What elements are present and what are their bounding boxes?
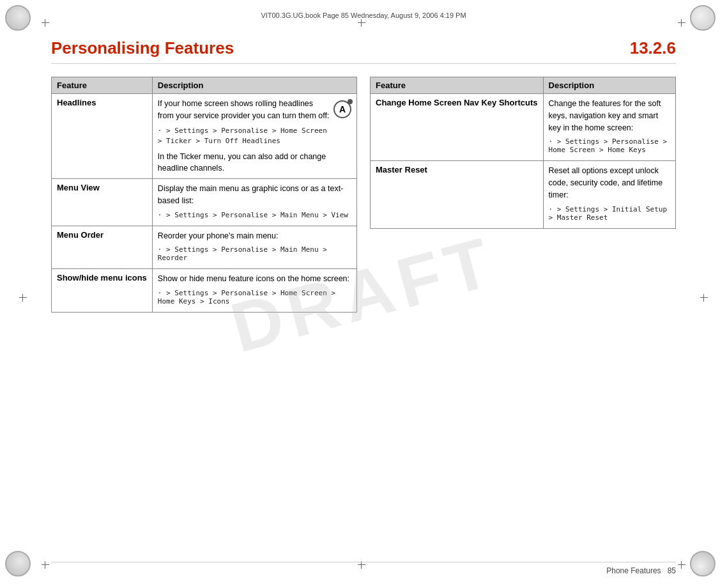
desc-text: Show or hide menu feature icons on the h… (158, 273, 351, 285)
icon-a: A (333, 100, 351, 118)
tables-container: Feature Description Headlines If your ho… (51, 77, 676, 313)
feature-cell: Headlines (52, 94, 153, 179)
extra-text: In the Ticker menu, you can also add or … (158, 151, 330, 175)
table-row: Master Reset Reset all options except un… (371, 161, 676, 228)
nav-path: · > Settings > Personalise > Home Screen… (158, 289, 351, 306)
section-number: 13.2.6 (630, 38, 676, 58)
nav-path: · > Settings > Initial Setup > Master Re… (549, 205, 670, 222)
description-cell: Display the main menu as graphic icons o… (152, 179, 356, 226)
footer-text: Phone Features (606, 566, 661, 575)
right-col-feature: Feature (371, 77, 544, 94)
nav-path: · > Settings > Personalise > Home Screen… (549, 137, 670, 154)
table-row: Show/hide menu icons Show or hide menu f… (52, 269, 357, 313)
left-col-description: Description (152, 77, 356, 94)
nav-path: · > Settings > Personalise > Main Menu >… (158, 211, 351, 219)
feature-cell: Menu Order (52, 226, 153, 269)
corner-decoration-bl (5, 551, 37, 583)
table-row: Menu Order Reorder your phone's main men… (52, 226, 357, 269)
tl-cross (42, 19, 49, 27)
left-table-wrapper: Feature Description Headlines If your ho… (51, 77, 357, 313)
feature-cell: Show/hide menu icons (52, 269, 153, 313)
desc-text: Reorder your phone's main menu: (158, 230, 351, 242)
page-header: VIT00.3G.UG.book Page 85 Wednesday, Augu… (51, 12, 676, 19)
top-crosshair (358, 19, 365, 27)
corner-decoration-tl (5, 5, 37, 37)
desc-text: Reset all options except unlock code, se… (549, 165, 670, 201)
desc-text: Display the main menu as graphic icons o… (158, 183, 351, 207)
nav-path: · > Settings > Personalise > Main Menu >… (158, 245, 351, 262)
nav-path: · > Settings > Personalise > Home Screen… (158, 126, 330, 147)
description-cell: If your home screen shows rolling headli… (152, 94, 356, 179)
description-cell: Reset all options except unlock code, se… (543, 161, 675, 228)
left-crosshair (19, 294, 27, 302)
page-title: Personalising Features (51, 38, 234, 58)
main-content: Personalising Features 13.2.6 Feature De… (51, 38, 676, 550)
table-row: Change Home Screen Nav Key Shortcuts Cha… (371, 94, 676, 161)
bl-cross (42, 561, 49, 569)
description-cell: Show or hide menu feature icons on the h… (152, 269, 356, 313)
left-col-feature: Feature (52, 77, 153, 94)
right-table: Feature Description Change Home Screen N… (370, 77, 676, 229)
footer-page: 85 (668, 566, 676, 575)
right-crosshair (700, 294, 708, 302)
right-col-description: Description (543, 77, 675, 94)
description-cell: Change the features for the soft keys, n… (543, 94, 675, 161)
right-table-wrapper: Feature Description Change Home Screen N… (370, 77, 676, 313)
feature-cell: Change Home Screen Nav Key Shortcuts (371, 94, 544, 161)
corner-decoration-tr (690, 5, 722, 37)
corner-decoration-br (690, 551, 722, 583)
header-text: VIT00.3G.UG.book Page 85 Wednesday, Augu… (261, 12, 466, 19)
feature-cell: Master Reset (371, 161, 544, 228)
title-section: Personalising Features 13.2.6 (51, 38, 676, 64)
table-row: Headlines If your home screen shows roll… (52, 94, 357, 179)
description-cell: Reorder your phone's main menu: · > Sett… (152, 226, 356, 269)
tr-cross (678, 19, 685, 27)
desc-text: If your home screen shows rolling headli… (158, 99, 330, 120)
feature-cell: Menu View (52, 179, 153, 226)
desc-text: Change the features for the soft keys, n… (549, 98, 670, 134)
page-footer: Phone Features 85 (51, 562, 676, 575)
left-table: Feature Description Headlines If your ho… (51, 77, 357, 313)
br-cross (678, 561, 685, 569)
table-row: Menu View Display the main menu as graph… (52, 179, 357, 226)
